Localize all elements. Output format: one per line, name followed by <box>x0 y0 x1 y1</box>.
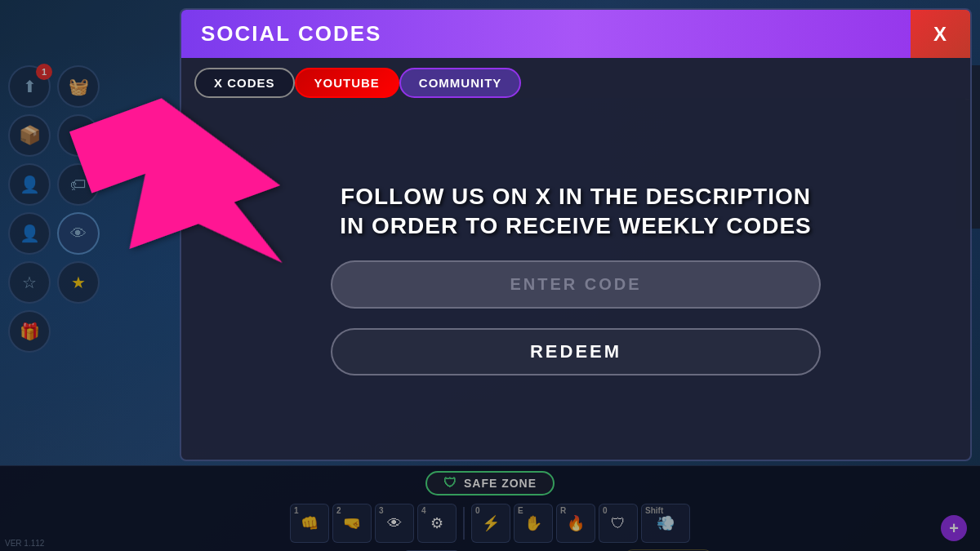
modal-body: FOLLOW US ON X IN THE DESCRIPTION IN ORD… <box>181 98 970 460</box>
tab-youtube[interactable]: YOUTUBE <box>295 68 399 98</box>
social-codes-modal: SOCIAL CODES X X CODES YOUTUBE COMMUNITY… <box>180 8 972 461</box>
tab-community[interactable]: COMMUNITY <box>399 68 522 98</box>
modal-close-button[interactable]: X <box>911 10 970 58</box>
modal-tabs: X CODES YOUTUBE COMMUNITY <box>181 58 970 98</box>
follow-us-text: FOLLOW US ON X IN THE DESCRIPTION IN ORD… <box>340 182 812 242</box>
redeem-button[interactable]: REDEEM <box>331 328 821 375</box>
modal-header: SOCIAL CODES X <box>181 10 970 58</box>
modal-title: SOCIAL CODES <box>181 10 911 58</box>
code-input[interactable] <box>331 260 821 309</box>
tab-x-codes[interactable]: X CODES <box>194 68 295 98</box>
